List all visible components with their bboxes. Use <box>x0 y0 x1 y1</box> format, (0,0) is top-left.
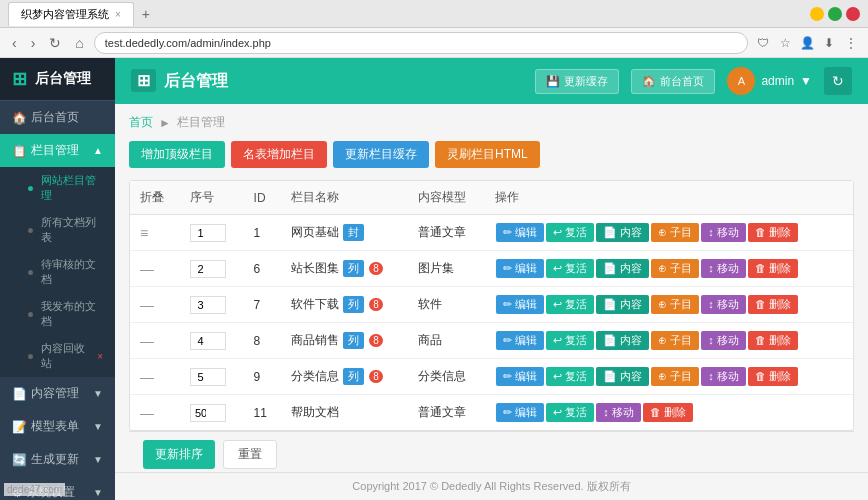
settings-icon[interactable]: ⋮ <box>842 34 860 52</box>
op-复活-button[interactable]: ↩ 复活 <box>546 295 594 314</box>
op-移动-button[interactable]: ↕ 移动 <box>596 403 641 422</box>
op-内容-button[interactable]: 📄 内容 <box>596 259 649 278</box>
fold-icon[interactable]: ≡ <box>140 225 148 241</box>
page-refresh-button[interactable]: ↻ <box>824 67 852 95</box>
model-cell: 软件 <box>408 287 485 323</box>
sidebar-item-column[interactable]: 📋 栏目管理 ▲ <box>0 134 115 167</box>
update-column-cache-button[interactable]: 更新栏目缓存 <box>333 141 429 168</box>
sidebar-subitem-column-manage[interactable]: 网站栏目管理 <box>0 167 115 209</box>
add-column-button[interactable]: 名表增加栏目 <box>231 141 327 168</box>
table-header-row: 折叠 序号 ID 栏目名称 内容模型 操作 <box>130 181 853 215</box>
shield-icon: 🛡 <box>754 34 772 52</box>
inactive-dot3 <box>28 312 33 317</box>
op-内容-button[interactable]: 📄 内容 <box>596 223 649 242</box>
op-内容-button[interactable]: 📄 内容 <box>596 331 649 350</box>
op-删除-button[interactable]: 🗑 删除 <box>748 223 798 242</box>
op-内容-button[interactable]: 📄 内容 <box>596 367 649 386</box>
add-top-column-button[interactable]: 增加顶级栏目 <box>129 141 225 168</box>
fold-icon[interactable]: — <box>140 297 154 313</box>
tab-close-btn[interactable]: × <box>115 9 121 20</box>
op-子目-button[interactable]: ⊕ 子目 <box>651 367 699 386</box>
op-子目-button[interactable]: ⊕ 子目 <box>651 295 699 314</box>
reset-button[interactable]: 重置 <box>223 440 277 469</box>
op-编辑-button[interactable]: ✏ 编辑 <box>496 223 544 242</box>
download-icon[interactable]: ⬇ <box>820 34 838 52</box>
seq-cell <box>180 251 244 287</box>
sidebar-subitem-pending[interactable]: 待审核的文档 <box>0 251 115 293</box>
op-删除-button[interactable]: 🗑 删除 <box>748 295 798 314</box>
op-移动-button[interactable]: ↕ 移动 <box>701 367 746 386</box>
model-cell: 图片集 <box>408 251 485 287</box>
seq-input[interactable] <box>190 296 226 314</box>
sidebar-subitem-recycle[interactable]: 内容回收站 × <box>0 335 115 377</box>
inactive-dot4 <box>28 354 33 359</box>
column-tag: 列 <box>343 296 364 313</box>
sidebar-item-home[interactable]: 🏠 后台首页 <box>0 101 115 134</box>
op-编辑-button[interactable]: ✏ 编辑 <box>496 331 544 350</box>
close-button[interactable] <box>846 7 860 21</box>
back-button[interactable]: ‹ <box>8 33 21 53</box>
sidebar-item-generate[interactable]: 🔄 生成更新 ▼ <box>0 443 115 476</box>
op-编辑-button[interactable]: ✏ 编辑 <box>496 403 544 422</box>
seq-input[interactable] <box>190 332 226 350</box>
page-content: 首页 ► 栏目管理 增加顶级栏目 名表增加栏目 更新栏目缓存 灵刷栏目HTML … <box>115 104 868 472</box>
op-删除-button[interactable]: 🗑 删除 <box>748 259 798 278</box>
breadcrumb-home[interactable]: 首页 <box>129 114 153 131</box>
update-cache-button[interactable]: 💾 更新缓存 <box>535 69 619 94</box>
seq-input[interactable] <box>190 260 226 278</box>
fold-icon[interactable]: — <box>140 261 154 277</box>
breadcrumb-separator: ► <box>159 116 171 130</box>
op-复活-button[interactable]: ↩ 复活 <box>546 367 594 386</box>
op-复活-button[interactable]: ↩ 复活 <box>546 403 594 422</box>
app-container: ⊞ 后台管理 🏠 后台首页 📋 栏目管理 ▲ 网站栏目管理 所有文档列表 <box>0 58 868 500</box>
breadcrumb: 首页 ► 栏目管理 <box>129 114 854 131</box>
op-移动-button[interactable]: ↕ 移动 <box>701 331 746 350</box>
fold-icon[interactable]: — <box>140 405 154 421</box>
user-menu[interactable]: A admin ▼ <box>727 67 812 95</box>
user-icon[interactable]: 👤 <box>798 34 816 52</box>
op-子目-button[interactable]: ⊕ 子目 <box>651 331 699 350</box>
fold-icon[interactable]: — <box>140 369 154 385</box>
op-复活-button[interactable]: ↩ 复活 <box>546 331 594 350</box>
op-删除-button[interactable]: 🗑 删除 <box>748 331 798 350</box>
browser-tab[interactable]: 织梦内容管理系统 × <box>8 2 134 26</box>
front-page-button[interactable]: 🏠 前台首页 <box>631 69 715 94</box>
maximize-button[interactable] <box>828 7 842 21</box>
new-tab-btn[interactable]: + <box>134 2 158 26</box>
seq-input[interactable] <box>190 368 226 386</box>
refresh-column-html-button[interactable]: 灵刷栏目HTML <box>435 141 540 168</box>
op-移动-button[interactable]: ↕ 移动 <box>701 223 746 242</box>
url-input[interactable]: test.dededly.com/admin/index.php <box>94 32 748 54</box>
forward-button[interactable]: › <box>27 33 40 53</box>
sidebar-item-model[interactable]: 📝 模型表单 ▼ <box>0 410 115 443</box>
op-复活-button[interactable]: ↩ 复活 <box>546 259 594 278</box>
sidebar-subitem-my-docs[interactable]: 我发布的文档 <box>0 293 115 335</box>
reload-button[interactable]: ↻ <box>45 33 65 53</box>
home-icon: 🏠 <box>12 111 27 125</box>
op-移动-button[interactable]: ↕ 移动 <box>701 295 746 314</box>
op-内容-button[interactable]: 📄 内容 <box>596 295 649 314</box>
star-icon[interactable]: ☆ <box>776 34 794 52</box>
fold-cell: — <box>130 395 180 431</box>
op-移动-button[interactable]: ↕ 移动 <box>701 259 746 278</box>
home-button[interactable]: ⌂ <box>71 33 87 53</box>
op-编辑-button[interactable]: ✏ 编辑 <box>496 367 544 386</box>
sidebar-subitem-all-docs[interactable]: 所有文档列表 <box>0 209 115 251</box>
op-子目-button[interactable]: ⊕ 子目 <box>651 259 699 278</box>
seq-input[interactable] <box>190 224 226 242</box>
chevron-up-icon: ▲ <box>93 145 103 156</box>
op-子目-button[interactable]: ⊕ 子目 <box>651 223 699 242</box>
seq-input[interactable] <box>190 404 226 422</box>
fold-icon[interactable]: — <box>140 333 154 349</box>
op-复活-button[interactable]: ↩ 复活 <box>546 223 594 242</box>
sidebar-item-content[interactable]: 📄 内容管理 ▼ <box>0 377 115 410</box>
recycle-close-icon[interactable]: × <box>97 351 103 362</box>
op-删除-button[interactable]: 🗑 删除 <box>643 403 693 422</box>
op-编辑-button[interactable]: ✏ 编辑 <box>496 295 544 314</box>
op-删除-button[interactable]: 🗑 删除 <box>748 367 798 386</box>
minimize-button[interactable] <box>810 7 824 21</box>
op-编辑-button[interactable]: ✏ 编辑 <box>496 259 544 278</box>
content-icon: 📄 <box>12 387 27 401</box>
update-sort-button[interactable]: 更新排序 <box>143 440 215 469</box>
front-page-label: 前台首页 <box>660 74 704 89</box>
